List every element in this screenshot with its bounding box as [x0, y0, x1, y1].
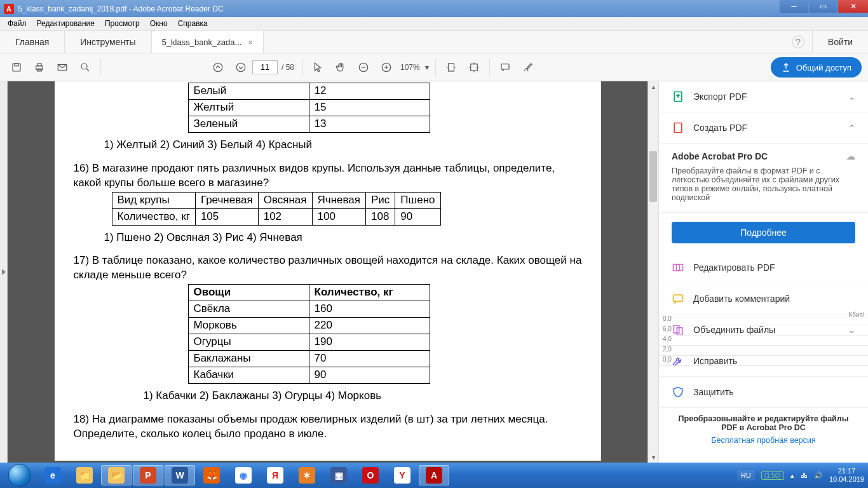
svg-rect-22 [674, 295, 683, 301]
document-viewport: Белый12 Желтый15 Зеленый13 1) Желтый 2) … [0, 81, 658, 463]
sign-icon[interactable] [517, 56, 539, 79]
svg-rect-20 [674, 264, 683, 271]
svg-line-7 [86, 69, 89, 71]
close-button[interactable]: ✕ [837, 0, 868, 13]
sidebar-combine[interactable]: Объединить файлы ⌄ [659, 315, 868, 346]
menu-file[interactable]: Файл [3, 18, 32, 29]
taskbar-folder[interactable]: 📂 [101, 465, 132, 485]
tray-volume-icon[interactable]: 🔊 [814, 471, 823, 480]
svg-rect-21 [677, 264, 680, 271]
sidebar-comment[interactable]: Добавить комментарий [659, 283, 868, 315]
tab-document-label: 5_klass_bank_zada... [162, 37, 242, 47]
tab-home[interactable]: Главная [0, 30, 65, 53]
left-panel-toggle[interactable] [0, 81, 8, 463]
vertical-scrollbar[interactable]: ▴ ▾ [648, 81, 658, 463]
window-title: 5_klass_bank_zadanij_2018.pdf - Adobe Ac… [18, 4, 224, 13]
comment-icon[interactable] [494, 56, 517, 79]
tray-flag-icon[interactable]: ▴ [790, 471, 794, 480]
taskbar-yandex[interactable]: Я [260, 465, 290, 485]
q16-options: 1) Пшено 2) Овсяная 3) Рис 4) Ячневая [104, 231, 582, 245]
zoom-dropdown-icon[interactable]: ▾ [425, 63, 429, 72]
page-number-input[interactable] [252, 60, 278, 74]
taskbar-explorer[interactable]: 📁 [69, 465, 100, 485]
save-icon[interactable] [5, 56, 28, 79]
sidebar-protect[interactable]: Защитить [659, 377, 868, 408]
maximize-button[interactable]: ▭ [808, 0, 837, 13]
pro-heading: Adobe Acrobat Pro DC [672, 151, 768, 161]
mail-icon[interactable] [51, 56, 74, 79]
menu-window[interactable]: Окно [145, 18, 173, 29]
svg-point-6 [81, 64, 87, 69]
promo-text: Преобразовывайте и редактируйте файлы PD… [672, 414, 855, 432]
tray-battery[interactable]: (1:50) [761, 471, 784, 480]
tools-sidebar: Экспорт PDF ⌄ Создать PDF ⌃ Adobe Acroba… [658, 81, 868, 463]
upload-icon [781, 62, 791, 72]
menu-edit[interactable]: Редактирование [32, 18, 100, 29]
q17-text: 17) В таблице показано, какое количество… [74, 254, 582, 283]
sidebar-comment-label: Добавить комментарий [693, 294, 790, 304]
chevron-right-icon [2, 269, 6, 275]
zoom-in-icon[interactable] [375, 56, 398, 79]
windows-taskbar: e 📁 📂 P W 🦊 ◉ Я ✶ ▦ O Y A RU (1:50) ▴ 🖧 … [0, 463, 868, 488]
sidebar-create-pdf[interactable]: Создать PDF ⌃ [659, 112, 868, 144]
svg-rect-0 [13, 64, 20, 71]
document-scroll[interactable]: Белый12 Желтый15 Зеленый13 1) Желтый 2) … [8, 81, 648, 463]
search-icon[interactable] [74, 56, 97, 79]
taskbar-app2[interactable]: ▦ [323, 465, 354, 485]
tray-language[interactable]: RU [737, 470, 755, 480]
print-icon[interactable] [28, 56, 51, 79]
sidebar-pro-promo: Adobe Acrobat Pro DC☁ Преобразуйте файлы… [659, 144, 868, 213]
taskbar-ie[interactable]: e [37, 465, 68, 485]
share-button[interactable]: Общий доступ [771, 57, 862, 78]
menu-help[interactable]: Справка [173, 18, 213, 29]
taskbar-firefox[interactable]: 🦊 [196, 465, 227, 485]
pointer-icon[interactable] [306, 56, 329, 79]
tab-tools[interactable]: Инструменты [65, 30, 151, 53]
help-icon[interactable]: ? [792, 36, 804, 48]
scroll-thumb[interactable] [649, 151, 657, 202]
sidebar-edit-pdf[interactable]: Редактировать PDF [659, 252, 868, 283]
taskbar-word[interactable]: W [165, 465, 195, 485]
tray-time: 21:17 [829, 467, 864, 475]
svg-rect-1 [15, 64, 18, 66]
wrench-icon [672, 355, 684, 367]
sidebar-fix-label: Исправить [693, 356, 737, 366]
pro-description: Преобразуйте файлы в формат PDF и с легк… [672, 166, 855, 202]
zoom-out-icon[interactable] [352, 56, 375, 79]
q16-text: 16) В магазине продают пять различных ви… [74, 161, 582, 191]
sidebar-export-pdf[interactable]: Экспорт PDF ⌄ [659, 81, 868, 112]
scroll-down-icon[interactable]: ▾ [648, 452, 658, 463]
taskbar-acrobat[interactable]: A [419, 465, 449, 485]
fit-page-icon[interactable] [463, 56, 485, 79]
acrobat-icon: A [4, 4, 14, 14]
learn-more-button[interactable]: Подробнее [672, 222, 855, 243]
sidebar-fix[interactable]: Исправить [659, 346, 868, 377]
menu-view[interactable]: Просмотр [100, 18, 145, 29]
hand-icon[interactable] [329, 56, 352, 79]
taskbar-yabrowser[interactable]: Y [387, 465, 417, 485]
fit-width-icon[interactable] [440, 56, 463, 79]
comment-bubble-icon [672, 292, 684, 305]
login-button[interactable]: Войти [812, 30, 868, 53]
page-down-icon[interactable] [229, 56, 252, 79]
close-tab-icon[interactable]: × [248, 37, 253, 47]
tab-document[interactable]: 5_klass_bank_zada... × [152, 30, 264, 53]
taskbar-app1[interactable]: ✶ [292, 465, 322, 485]
taskbar-chrome[interactable]: ◉ [228, 465, 259, 485]
start-button[interactable] [3, 463, 37, 488]
chevron-down-icon: ⌄ [848, 325, 855, 335]
scroll-up-icon[interactable]: ▴ [648, 81, 658, 92]
minimize-button[interactable]: ─ [779, 0, 808, 13]
pdf-page: Белый12 Желтый15 Зеленый13 1) Желтый 2) … [55, 81, 601, 461]
page-up-icon[interactable] [207, 56, 229, 79]
taskbar-powerpoint[interactable]: P [133, 465, 163, 485]
table-grains: Вид крупыГречневаяОвсянаяЯчневаяРисПшено… [112, 192, 441, 226]
zoom-value[interactable]: 107% [400, 63, 420, 72]
taskbar-opera[interactable]: O [355, 465, 386, 485]
chevron-up-icon: ⌃ [848, 123, 855, 133]
free-trial-link[interactable]: Бесплатная пробная версия [672, 436, 855, 445]
sidebar-edit-label: Редактировать PDF [693, 262, 775, 273]
tray-network-icon[interactable]: 🖧 [801, 471, 808, 479]
svg-point-9 [236, 63, 245, 72]
tray-clock[interactable]: 21:17 10.04.2019 [829, 467, 864, 483]
